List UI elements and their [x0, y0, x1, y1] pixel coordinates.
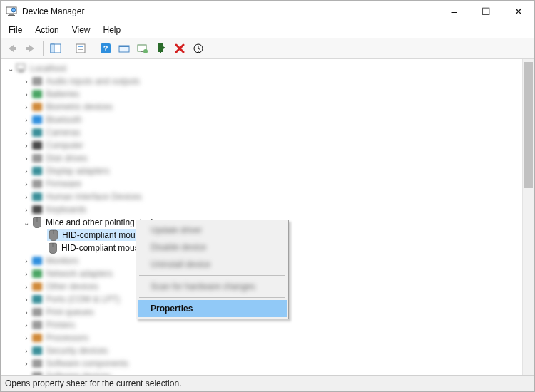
- expander-closed-icon[interactable]: ›: [21, 166, 31, 176]
- toolbar-scan-button[interactable]: [116, 40, 133, 57]
- tree-item-label: HID-compliant mouse: [62, 230, 144, 240]
- tree-item-label: Biometric devices: [46, 102, 113, 112]
- toolbar-separator: [93, 41, 93, 56]
- tree-category[interactable]: ›Firmware: [2, 177, 534, 190]
- tree-category[interactable]: ›Security devices: [2, 344, 534, 357]
- toolbar-help-button[interactable]: ?: [97, 40, 114, 57]
- tree-category[interactable]: ›Human Interface Devices: [2, 190, 534, 203]
- mouse-icon: [31, 217, 43, 228]
- tree-category[interactable]: ›Bluetooth: [2, 113, 534, 126]
- expander-closed-icon[interactable]: ›: [21, 128, 31, 138]
- toolbar-add-legacy-button[interactable]: [153, 40, 170, 57]
- expander-closed-icon[interactable]: ›: [21, 294, 31, 304]
- expander-closed-icon[interactable]: ›: [21, 205, 31, 215]
- tree-item-label: Audio inputs and outputs: [46, 76, 140, 86]
- svg-rect-9: [78, 49, 83, 50]
- svg-point-16: [143, 49, 148, 53]
- expander-closed-icon[interactable]: ›: [21, 115, 31, 125]
- toolbar-update-button[interactable]: [134, 40, 151, 57]
- tree-item-label: Security devices: [46, 346, 108, 356]
- tree-category[interactable]: ›Display adapters: [2, 165, 534, 177]
- toolbar-enable-button[interactable]: [190, 40, 207, 57]
- expander-closed-icon[interactable]: ›: [21, 371, 31, 375]
- vertical-scrollbar[interactable]: [522, 59, 534, 375]
- close-button[interactable]: ✕: [502, 1, 534, 22]
- computer-icon: [16, 63, 27, 74]
- tree-category[interactable]: ›Keyboards: [2, 203, 534, 216]
- tree-root[interactable]: ⌄Localhost: [2, 62, 534, 75]
- toolbar: ?: [1, 38, 534, 59]
- svg-rect-21: [19, 70, 23, 71]
- scrollbar-thumb[interactable]: [524, 62, 533, 188]
- toolbar-back-button[interactable]: [4, 40, 21, 57]
- category-icon: [31, 140, 43, 151]
- tree-item-label: Software components: [46, 359, 128, 368]
- menu-action[interactable]: Action: [29, 24, 65, 36]
- context-menu-item[interactable]: Disable device: [138, 239, 287, 256]
- expander-closed-icon[interactable]: ›: [21, 333, 31, 343]
- expander-open-icon[interactable]: ⌄: [21, 217, 31, 227]
- expander-closed-icon[interactable]: ›: [21, 269, 31, 279]
- toolbar-uninstall-button[interactable]: [171, 40, 188, 57]
- category-icon: [31, 178, 43, 190]
- tree-category[interactable]: ›Software devices: [2, 370, 534, 375]
- expander-closed-icon[interactable]: ›: [21, 153, 31, 163]
- context-menu-item-label: Disable device: [151, 242, 206, 252]
- expander-closed-icon[interactable]: ›: [21, 102, 31, 112]
- tree-item-label: Localhost: [30, 63, 66, 73]
- expander-closed-icon[interactable]: ›: [21, 89, 31, 99]
- expander-closed-icon[interactable]: ›: [21, 282, 31, 292]
- tree-category[interactable]: ›Audio inputs and outputs: [2, 75, 534, 88]
- category-icon: [31, 76, 43, 87]
- category-icon: [31, 153, 43, 164]
- category-icon: [31, 88, 43, 100]
- device-tree[interactable]: ⌄Localhost›Audio inputs and outputs›Batt…: [1, 59, 534, 375]
- minimize-button[interactable]: –: [438, 1, 470, 22]
- expander-closed-icon[interactable]: ›: [21, 256, 31, 266]
- expander-closed-icon[interactable]: ›: [21, 76, 31, 86]
- category-icon: [31, 319, 43, 331]
- tree-category[interactable]: ›Biometric devices: [2, 100, 534, 113]
- context-menu-item-label: Scan for hardware changes: [151, 282, 255, 292]
- expander-closed-icon[interactable]: ›: [21, 179, 31, 189]
- menu-view[interactable]: View: [66, 24, 97, 36]
- context-menu-item[interactable]: Scan for hardware changes: [138, 278, 287, 295]
- category-icon: [31, 127, 43, 138]
- toolbar-console-tree-button[interactable]: [47, 40, 64, 57]
- context-menu-properties[interactable]: Properties: [138, 300, 287, 317]
- context-menu-item[interactable]: Update driver: [138, 222, 287, 239]
- category-icon: [31, 358, 43, 369]
- tree-category[interactable]: ›Batteries: [2, 88, 534, 100]
- tree-pane: ⌄Localhost›Audio inputs and outputs›Batt…: [1, 59, 534, 376]
- device-manager-window: Device Manager – ☐ ✕ File Action View He…: [0, 0, 535, 392]
- window-controls: – ☐ ✕: [438, 1, 534, 22]
- tree-item-label: Human Interface Devices: [46, 192, 142, 202]
- expander-closed-icon[interactable]: ›: [21, 320, 31, 330]
- tree-category[interactable]: ›Processors: [2, 331, 534, 344]
- expander-closed-icon[interactable]: ›: [21, 307, 31, 317]
- expander-open-icon[interactable]: ⌄: [6, 63, 16, 73]
- expander-closed-icon[interactable]: ›: [21, 346, 31, 356]
- tree-category[interactable]: ›Software components: [2, 357, 534, 370]
- toolbar-properties-button[interactable]: [72, 40, 89, 57]
- toolbar-separator: [43, 41, 44, 56]
- tree-category[interactable]: ›Printers: [2, 319, 534, 331]
- tree-item-label: Processors: [46, 333, 88, 343]
- category-icon: [31, 255, 43, 267]
- category-icon: [31, 204, 43, 215]
- menu-file[interactable]: File: [2, 24, 29, 36]
- svg-rect-7: [78, 46, 83, 47]
- tree-category[interactable]: ›Cameras: [2, 126, 534, 139]
- context-menu-item[interactable]: Uninstall device: [138, 256, 287, 273]
- maximize-button[interactable]: ☐: [470, 1, 502, 22]
- expander-closed-icon[interactable]: ›: [21, 140, 31, 150]
- toolbar-forward-button[interactable]: [22, 40, 39, 57]
- context-menu-item-label: Properties: [151, 304, 193, 314]
- expander-closed-icon[interactable]: ›: [21, 192, 31, 202]
- tree-category[interactable]: ›Computer: [2, 139, 534, 152]
- svg-rect-18: [160, 52, 161, 53]
- tree-category[interactable]: ›Disk drives: [2, 152, 534, 165]
- menu-help[interactable]: Help: [97, 24, 128, 36]
- expander-closed-icon[interactable]: ›: [21, 359, 31, 368]
- tree-item-label: Computer: [46, 140, 83, 150]
